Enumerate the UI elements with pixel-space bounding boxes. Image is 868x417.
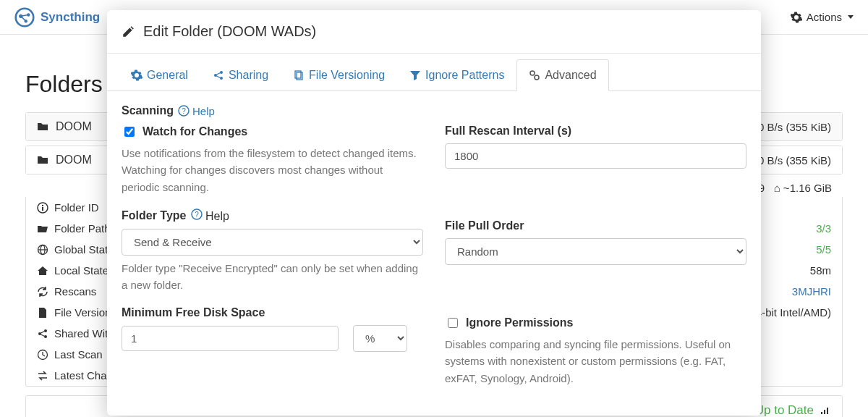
actions-label: Actions bbox=[807, 11, 842, 23]
folder-icon bbox=[37, 154, 48, 166]
svg-point-0 bbox=[16, 8, 34, 26]
folder-rate: 0 B/s (355 KiB) bbox=[758, 154, 831, 167]
gear-icon bbox=[131, 70, 142, 81]
question-icon: ? bbox=[191, 208, 203, 220]
svg-text:?: ? bbox=[182, 107, 186, 115]
tab-sharing[interactable]: Sharing bbox=[200, 59, 281, 91]
gear-icon bbox=[791, 12, 802, 23]
svg-text:?: ? bbox=[195, 211, 199, 219]
question-icon: ? bbox=[178, 105, 190, 117]
svg-line-15 bbox=[41, 331, 45, 333]
modal-body: Scanning ? Help Watch for Changes Use no… bbox=[107, 91, 761, 413]
refresh-icon bbox=[37, 286, 48, 298]
brand-text: Syncthing bbox=[41, 10, 100, 25]
tab-general[interactable]: General bbox=[119, 59, 200, 91]
watch-checkbox-input[interactable] bbox=[124, 127, 135, 137]
modal-title: Edit Folder (DOOM WADs) bbox=[143, 23, 316, 40]
rescan-interval-input[interactable] bbox=[445, 143, 746, 169]
modal-header: Edit Folder (DOOM WADs) bbox=[107, 10, 761, 54]
pull-order-label: File Pull Order bbox=[445, 219, 746, 232]
brand[interactable]: Syncthing bbox=[14, 7, 100, 28]
tab-file-versioning[interactable]: File Versioning bbox=[281, 59, 397, 91]
home-icon bbox=[37, 265, 48, 277]
edit-folder-modal: Edit Folder (DOOM WADs) General Sharing … bbox=[107, 10, 761, 416]
tab-advanced[interactable]: Advanced bbox=[516, 59, 608, 91]
rescan-interval-label: Full Rescan Interval (s) bbox=[445, 125, 746, 138]
folder-type-note: Folder type "Receive Encrypted" can only… bbox=[122, 260, 423, 294]
advanced-right-col: Full Rescan Interval (s) File Pull Order… bbox=[445, 104, 746, 400]
folder-type-help-link[interactable]: ? Help bbox=[191, 208, 229, 223]
tab-ignore-patterns[interactable]: Ignore Patterns bbox=[397, 59, 516, 91]
svg-point-29 bbox=[535, 75, 539, 80]
svg-point-23 bbox=[220, 77, 223, 80]
files-icon bbox=[293, 70, 305, 81]
svg-line-24 bbox=[216, 73, 220, 75]
ignore-perms-input[interactable] bbox=[448, 318, 458, 328]
svg-line-16 bbox=[41, 334, 45, 337]
svg-point-22 bbox=[220, 71, 223, 74]
ignore-perms-desc: Disables comparing and syncing file perm… bbox=[445, 336, 746, 387]
svg-point-13 bbox=[44, 329, 47, 332]
folder-type-label: Folder Type ? Help bbox=[122, 208, 423, 223]
min-free-input[interactable] bbox=[122, 326, 339, 351]
svg-point-14 bbox=[44, 335, 47, 338]
folder-name: DOOM bbox=[56, 153, 92, 167]
folder-name: DOOM bbox=[56, 120, 92, 133]
cogs-icon bbox=[529, 70, 540, 81]
watch-description: Use notifications from the filesystem to… bbox=[122, 145, 423, 195]
folder-open-icon bbox=[37, 223, 48, 235]
svg-line-25 bbox=[216, 76, 220, 78]
ignore-permissions-checkbox[interactable]: Ignore Permissions bbox=[445, 316, 746, 330]
clock-icon bbox=[37, 349, 48, 361]
file-icon bbox=[37, 307, 48, 319]
share-icon bbox=[37, 328, 48, 340]
advanced-left-col: Scanning ? Help Watch for Changes Use no… bbox=[122, 104, 423, 400]
syncthing-logo-icon bbox=[14, 7, 35, 28]
actions-dropdown[interactable]: Actions bbox=[791, 11, 854, 23]
caret-down-icon bbox=[848, 15, 854, 19]
svg-line-5 bbox=[21, 16, 26, 21]
share-icon bbox=[213, 70, 224, 81]
svg-rect-7 bbox=[42, 207, 43, 211]
signal-icon bbox=[820, 405, 831, 416]
globe-icon bbox=[37, 244, 48, 256]
svg-point-28 bbox=[530, 71, 535, 75]
folder-icon bbox=[37, 121, 48, 132]
pull-order-select[interactable]: Random bbox=[445, 238, 746, 265]
min-free-label: Minimum Free Disk Space bbox=[122, 306, 423, 319]
info-icon bbox=[37, 202, 48, 214]
folder-rate: 0 B/s (355 KiB) bbox=[758, 121, 831, 133]
pencil-icon bbox=[122, 25, 135, 38]
modal-tabs: General Sharing File Versioning Ignore P… bbox=[107, 59, 761, 91]
exchange-icon bbox=[37, 370, 48, 382]
svg-rect-18 bbox=[821, 412, 822, 414]
folder-type-select[interactable]: Send & Receive bbox=[122, 229, 423, 256]
scanning-help-link[interactable]: ? Help bbox=[178, 105, 215, 117]
svg-rect-8 bbox=[42, 205, 43, 206]
svg-rect-20 bbox=[827, 408, 828, 414]
svg-rect-19 bbox=[824, 410, 825, 414]
min-free-unit-select[interactable]: % bbox=[353, 325, 407, 352]
filter-icon bbox=[409, 70, 421, 81]
watch-for-changes-checkbox[interactable]: Watch for Changes bbox=[122, 125, 423, 139]
scanning-heading: Scanning ? Help bbox=[122, 104, 423, 117]
